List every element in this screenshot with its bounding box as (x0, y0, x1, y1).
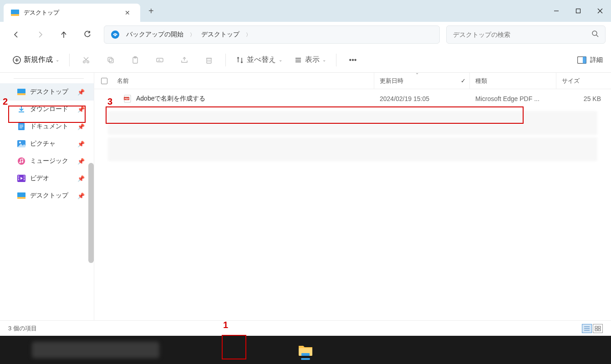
sidebar-item-videos[interactable]: ビデオ 📌 (0, 170, 94, 187)
column-size[interactable]: サイズ (556, 73, 611, 89)
back-button[interactable] (5, 25, 27, 44)
file-type: Microsoft Edge PDF ... (470, 95, 556, 102)
select-all-checkbox[interactable] (94, 78, 114, 84)
plus-circle-icon (13, 56, 21, 64)
chevron-right-icon: 〉 (190, 31, 195, 38)
column-type[interactable]: 種類 (470, 73, 556, 89)
pin-icon[interactable]: 📌 (77, 175, 85, 182)
chevron-down-icon: ⌄ (415, 70, 419, 75)
paste-button[interactable] (124, 51, 146, 69)
pin-icon[interactable]: 📌 (77, 123, 85, 130)
sidebar-item-desktop-2[interactable]: デスクトップ 📌 (0, 187, 94, 204)
window-tab[interactable]: デスクトップ ✕ (4, 4, 140, 22)
file-size: 25 KB (556, 95, 611, 102)
close-button[interactable] (589, 0, 611, 22)
svg-rect-61 (598, 329, 601, 331)
separator (14, 78, 84, 79)
svg-point-40 (18, 157, 25, 165)
svg-rect-32 (17, 93, 25, 95)
svg-rect-1 (11, 14, 19, 16)
sort-icon (236, 56, 244, 64)
address-bar[interactable]: バックアップの開始 〉 デスクトップ 〉 (104, 25, 440, 44)
svg-rect-30 (583, 56, 586, 63)
list-icon (294, 56, 302, 64)
up-button[interactable] (53, 25, 75, 44)
new-tab-button[interactable]: + (140, 6, 162, 16)
svg-point-13 (87, 61, 89, 63)
chevron-down-icon: ⌄ (279, 57, 282, 62)
search-icon (591, 30, 599, 39)
svg-rect-17 (109, 59, 113, 63)
pin-icon[interactable]: 📌 (77, 192, 85, 199)
breadcrumb-root[interactable]: バックアップの開始 (123, 29, 186, 40)
svg-rect-44 (18, 176, 19, 177)
svg-rect-16 (108, 57, 112, 61)
new-label: 新規作成 (24, 55, 53, 65)
view-button[interactable]: 表示 ⌄ (290, 52, 331, 67)
sidebar-item-downloads[interactable]: ダウンロード 📌 (0, 101, 94, 118)
svg-rect-46 (18, 179, 19, 180)
forward-button[interactable] (29, 25, 51, 44)
svg-rect-45 (18, 177, 19, 178)
detail-label: 詳細 (590, 56, 603, 64)
share-button[interactable] (173, 51, 195, 69)
maximize-button[interactable] (567, 0, 589, 22)
sidebar-item-desktop[interactable]: デスクトップ 📌 (0, 83, 94, 101)
svg-point-39 (19, 142, 21, 143)
more-button[interactable]: ••• (342, 51, 364, 69)
sidebar-item-music[interactable]: ミュージック 📌 (0, 152, 94, 170)
separator (69, 54, 70, 66)
sort-label: 並べ替え (247, 55, 276, 65)
chevron-down-icon: ⌄ (322, 57, 326, 62)
svg-rect-47 (24, 176, 25, 177)
sidebar-item-label: ビデオ (30, 174, 49, 182)
minimize-button[interactable] (545, 0, 567, 22)
file-name: Adobeで名刺を作成する (136, 95, 205, 103)
pin-icon[interactable]: 📌 (77, 141, 85, 147)
svg-point-41 (19, 162, 21, 163)
column-date[interactable]: ⌄ 更新日時 ✓ (374, 73, 470, 89)
separator (225, 54, 226, 66)
chevron-right-icon: 〉 (246, 31, 251, 38)
pin-icon[interactable]: 📌 (77, 89, 85, 96)
sidebar: デスクトップ 📌 ダウンロード 📌 ドキュメント 📌 ピクチャ 📌 ミュージック… (0, 73, 94, 343)
delete-button[interactable] (198, 51, 220, 69)
navigation-bar: バックアップの開始 〉 デスクトップ 〉 (0, 22, 611, 47)
picture-icon (17, 140, 25, 148)
breadcrumb-current[interactable]: デスクトップ (199, 29, 242, 40)
sidebar-item-documents[interactable]: ドキュメント 📌 (0, 118, 94, 135)
sidebar-item-pictures[interactable]: ピクチャ 📌 (0, 135, 94, 152)
rename-button[interactable]: A (149, 51, 171, 69)
list-view-button[interactable] (582, 324, 592, 333)
refresh-button[interactable] (76, 25, 98, 44)
column-name[interactable]: 名前 (114, 73, 374, 89)
tab-title: デスクトップ (24, 9, 117, 17)
cut-button[interactable] (75, 51, 97, 69)
search-input[interactable] (453, 31, 591, 38)
grid-view-button[interactable] (593, 324, 603, 333)
cloud-sync-icon (111, 30, 120, 39)
sort-button[interactable]: 並べ替え ⌄ (231, 52, 287, 67)
pin-icon[interactable]: 📌 (77, 158, 85, 165)
taskbar (0, 336, 611, 364)
sidebar-item-label: ミュージック (30, 157, 68, 165)
new-button[interactable]: 新規作成 ⌄ (8, 52, 64, 67)
desktop-icon (11, 10, 19, 16)
detail-pane-button[interactable]: 詳細 (577, 56, 603, 64)
svg-rect-49 (24, 179, 25, 180)
taskbar-explorer-button[interactable] (295, 339, 316, 361)
status-bar: 3 個の項目 (0, 320, 611, 336)
pin-icon[interactable]: 📌 (77, 106, 85, 113)
pdf-icon: PDF (123, 95, 132, 103)
file-row[interactable]: PDF Adobeで名刺を作成する 2024/02/19 15:05 Micro… (94, 89, 611, 108)
chevron-down-icon: ⌄ (56, 57, 59, 62)
active-indicator (301, 358, 310, 360)
separator (336, 54, 336, 66)
tab-close-button[interactable]: ✕ (122, 7, 133, 18)
search-box[interactable] (446, 25, 606, 44)
sidebar-item-label: デスクトップ (30, 192, 68, 200)
copy-button[interactable] (100, 51, 122, 69)
svg-rect-3 (576, 9, 580, 13)
sidebar-scrollbar[interactable] (88, 163, 94, 263)
sidebar-item-label: デスクトップ (30, 88, 68, 96)
